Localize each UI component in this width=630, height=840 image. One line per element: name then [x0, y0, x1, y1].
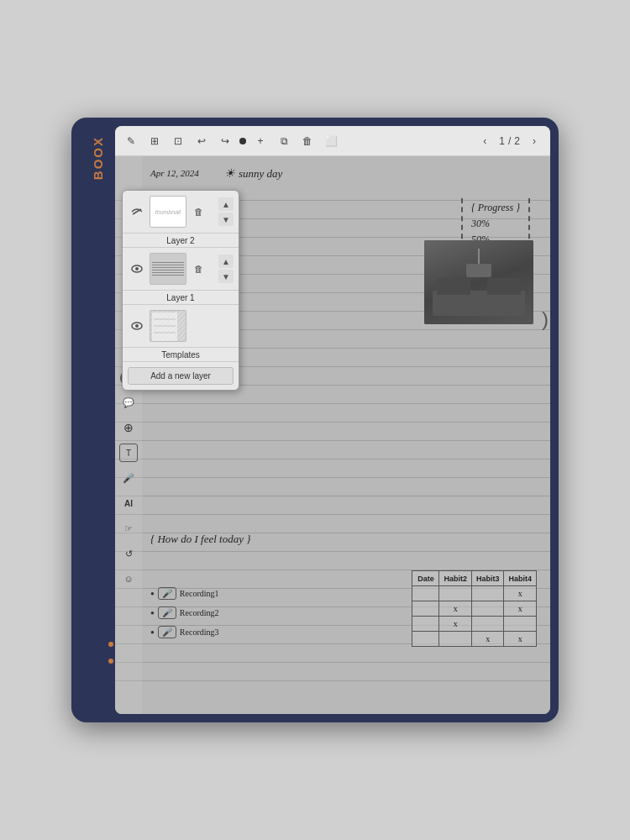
add-layer-button[interactable]: Add a new layer	[128, 367, 234, 385]
columns-icon[interactable]: ⊞	[145, 132, 164, 150]
layer1-controls: ▲ ▼	[218, 255, 234, 283]
svg-rect-7	[152, 312, 177, 341]
total-pages: 2	[514, 135, 520, 147]
habit-table: Date Habit2 Habit3 Habit4 x xx x	[412, 570, 537, 647]
save-icon[interactable]: ⊡	[169, 132, 187, 150]
layer-panel: thumbnail 🗑 ▲ ▼ Layer 2	[122, 190, 239, 391]
device-screen: ✎ ⊞ ⊡ ↩ ↪ + ⧉ 🗑 ⬜ ‹ 1 / 2	[115, 126, 550, 714]
next-page-button[interactable]: ›	[525, 132, 543, 150]
recording-2-item: ● 🎤 Recording2	[150, 606, 219, 619]
recordings-list: ● 🎤 Recording1 ● 🎤 Recording2 ● 🎤 Record…	[150, 587, 219, 638]
photo-content	[424, 240, 533, 324]
zoom-add-icon[interactable]: ⊕	[119, 418, 138, 437]
templates-item	[123, 305, 239, 348]
bracket-right: )	[542, 307, 549, 331]
prev-page-button[interactable]: ‹	[475, 132, 494, 150]
habit-row-4: xx	[412, 632, 537, 647]
mic-tool-icon[interactable]: 🎤	[119, 469, 138, 487]
layer2-item: thumbnail 🗑 ▲ ▼	[123, 191, 239, 234]
layer2-move-down-button[interactable]: ▼	[218, 213, 234, 226]
device-frame: BOOX ✎ ⊞ ⊡ ↩ ↪ + ⧉ 🗑 ⬜	[71, 118, 559, 722]
habit-col-4: Habit4	[504, 571, 537, 586]
layer2-delete-button[interactable]: 🗑	[190, 203, 207, 220]
date-text: Apr 12, 2024	[150, 168, 199, 178]
undo-tool-icon[interactable]: ↺	[119, 544, 138, 563]
habit-row-3: x	[412, 617, 537, 632]
svg-point-4	[135, 324, 139, 328]
layer2-thumbnail: thumbnail	[150, 196, 186, 228]
templates-section: Templates	[123, 305, 239, 362]
sunny-day-text: ☀ sunny day	[224, 166, 282, 181]
templates-eye-button[interactable]	[128, 317, 146, 335]
svg-point-2	[135, 267, 139, 270]
feelings-text: { How do I feel today }	[150, 533, 250, 546]
templates-label: Templates	[123, 348, 239, 361]
recording2-label: Recording2	[180, 608, 219, 617]
sidebar-accent-dot2	[108, 659, 113, 664]
layer2-controls: ▲ ▼	[218, 197, 234, 226]
emoji-tool-icon[interactable]: ☺	[119, 570, 138, 588]
layer1-delete-button[interactable]: 🗑	[190, 260, 207, 277]
page-separator: /	[508, 135, 511, 147]
layer2-eye-button[interactable]	[128, 202, 146, 221]
progress-30: 30%	[471, 218, 520, 230]
habit-col-date: Date	[412, 571, 439, 586]
layer2-move-up-button[interactable]: ▲	[218, 197, 234, 211]
layer1-item: 🗑 ▲ ▼	[123, 248, 239, 291]
text-tool-icon[interactable]: T	[119, 444, 138, 462]
duplicate-icon[interactable]: ⧉	[275, 132, 293, 150]
habit-row-2: xx	[412, 601, 537, 617]
layer1-thumbnail	[150, 253, 186, 285]
boox-sidebar: BOOX	[80, 126, 115, 714]
layer2-section: thumbnail 🗑 ▲ ▼ Layer 2	[123, 191, 239, 248]
toolbar: ✎ ⊞ ⊡ ↩ ↪ + ⧉ 🗑 ⬜ ‹ 1 / 2	[115, 126, 550, 156]
current-page: 1	[499, 135, 505, 147]
center-dot	[239, 138, 246, 144]
layer1-eye-button[interactable]	[128, 260, 146, 278]
layer2-label: Layer 2	[123, 234, 239, 247]
photo-area	[424, 240, 533, 324]
layer1-section: 🗑 ▲ ▼ Layer 1	[123, 248, 239, 305]
recording1-label: Recording1	[180, 589, 219, 598]
recording3-label: Recording3	[180, 627, 219, 637]
templates-thumbnail	[150, 310, 186, 342]
layer1-move-down-button[interactable]: ▼	[218, 270, 234, 283]
boox-brand-label: BOOX	[91, 136, 105, 180]
sidebar-accent-dot	[108, 642, 113, 647]
recording-3-item: ● 🎤 Recording3	[150, 626, 219, 638]
layer1-move-up-button[interactable]: ▲	[218, 255, 234, 268]
edit-icon[interactable]: ✎	[122, 132, 140, 150]
habit-row-1: x	[412, 586, 537, 601]
hand-tool-icon[interactable]: ☞	[119, 519, 138, 538]
layer1-label: Layer 1	[123, 291, 239, 304]
ai-tool-icon[interactable]: AI	[119, 494, 138, 512]
add-icon[interactable]: +	[251, 132, 270, 150]
speech-tool-icon[interactable]: 💬	[119, 393, 138, 412]
recording-1-item: ● 🎤 Recording1	[150, 587, 219, 600]
page-indicator: 1 / 2	[499, 135, 520, 147]
delete-icon[interactable]: 🗑	[298, 132, 317, 150]
main-content: ⊞ ≡ 1:1 ✏ 👁 ⌒ ◻ RD 💬 ⊕ T 🎤 AI ☞ ↺ ☺	[115, 156, 550, 714]
habit-col-3: Habit3	[471, 571, 504, 586]
redo-icon[interactable]: ↪	[216, 132, 234, 150]
crop-icon[interactable]: ⬜	[322, 132, 340, 150]
habit-col-2: Habit2	[439, 571, 472, 586]
undo-icon[interactable]: ↩	[192, 132, 211, 150]
progress-header: { Progress }	[471, 202, 520, 214]
